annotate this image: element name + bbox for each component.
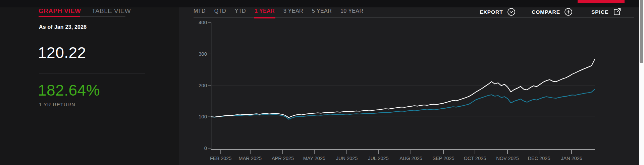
x-tick-label: MAY 2025 <box>303 156 325 161</box>
view-tabs: GRAPH VIEW TABLE VIEW <box>39 7 131 15</box>
chart-panel: MTDQTDYTD1 YEAR3 YEAR5 YEAR10 YEAR EXPOR… <box>179 7 639 165</box>
as-of-date: As of Jan 23, 2026 <box>39 24 87 30</box>
index-value: 120.22 <box>38 45 86 60</box>
scrollbar-thumb[interactable] <box>640 0 643 63</box>
summary-panel: GRAPH VIEW TABLE VIEW As of Jan 23, 2026… <box>0 7 179 165</box>
series-benchmark-line <box>211 89 595 119</box>
tab-divider-line <box>80 16 125 17</box>
x-tick-label: APR 2025 <box>272 156 294 161</box>
divider <box>39 73 145 73</box>
line-chart: 0100200300400FEB 2025MAR 2025APR 2025MAY… <box>179 7 639 165</box>
page: GRAPH VIEW TABLE VIEW As of Jan 23, 2026… <box>0 0 644 165</box>
scrollbar-track[interactable] <box>639 0 644 165</box>
tab-table-view[interactable]: TABLE VIEW <box>92 7 131 15</box>
return-value: 182.64% <box>38 82 100 98</box>
x-tick-label: SEP 2025 <box>433 156 454 161</box>
active-tab-underline <box>39 16 80 17</box>
x-tick-label: DEC 2025 <box>528 156 550 161</box>
y-tick-label-200: 200 <box>199 82 207 88</box>
y-tick-label-0: 0 <box>204 145 207 151</box>
x-tick-label: JUN 2025 <box>336 156 358 161</box>
x-tick-label: OCT 2025 <box>464 156 486 161</box>
y-tick-label-100: 100 <box>199 114 207 119</box>
y-tick-label-300: 300 <box>199 51 207 57</box>
x-tick-label: AUG 2025 <box>399 156 422 161</box>
return-label: 1 YR RETURN <box>39 102 75 107</box>
x-tick-label: MAR 2025 <box>239 156 262 161</box>
divider <box>39 117 145 117</box>
tab-graph-view[interactable]: GRAPH VIEW <box>39 7 81 15</box>
x-tick-label: JUL 2025 <box>368 156 389 161</box>
series-index-line <box>211 59 595 117</box>
x-tick-label: JAN 2026 <box>561 156 582 161</box>
top-red-banner[interactable] <box>578 0 625 3</box>
y-tick-label-400: 400 <box>199 19 207 25</box>
x-tick-label: FEB 2025 <box>210 156 232 161</box>
x-tick-label: NOV 2025 <box>496 156 519 161</box>
